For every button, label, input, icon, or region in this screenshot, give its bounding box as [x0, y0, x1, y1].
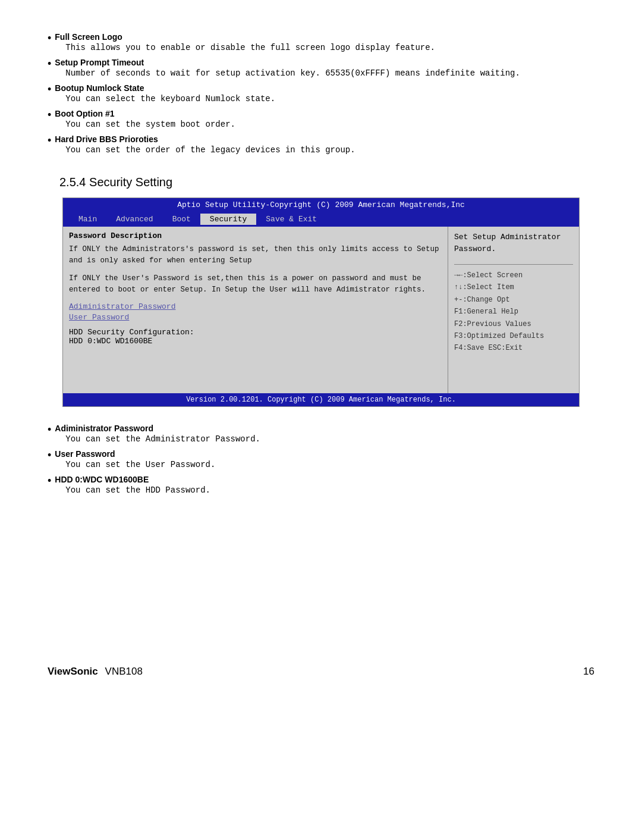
bullet-title: Bootup Numlock State	[55, 83, 144, 93]
bios-nav-save-exit: F4:Save ESC:Exit	[454, 342, 573, 354]
bios-menu-security[interactable]: Security	[200, 214, 256, 225]
footer-brand-model: ViewSonic VNB108	[48, 666, 143, 678]
list-item: • Hard Drive BBS Prioroties You can set …	[48, 134, 594, 159]
bullet-desc: You can set the Administrator Password.	[65, 433, 260, 446]
bios-nav-select-item: ↑↓:Select Item	[454, 281, 573, 293]
bullet-title: Adiministrator Password	[55, 424, 153, 433]
bullet-desc: You can set the order of the legacy devi…	[65, 144, 355, 156]
top-bullet-list: • Full Screen Logo This allows you to en…	[48, 32, 594, 159]
bios-body: Password Description If ONLY the Adminis…	[63, 227, 579, 393]
footer-brand: ViewSonic	[48, 666, 98, 677]
bullet-title: Hard Drive BBS Prioroties	[55, 134, 158, 144]
bios-desc2: If ONLY the User's Password is set,then …	[69, 273, 442, 296]
bullet-dot: •	[48, 475, 51, 488]
bios-nav-select-screen: →←:Select Screen	[454, 269, 573, 281]
bios-hdd-config: HDD Security Configuration: HDD 0:WDC WD…	[69, 328, 442, 346]
bios-hdd-config-label: HDD Security Configuration:	[69, 328, 442, 337]
bios-right-nav: →←:Select Screen ↑↓:Select Item +-:Chang…	[454, 264, 573, 355]
bios-right-help: Set Setup Administrator Password.	[454, 231, 573, 255]
bullet-dot: •	[48, 58, 51, 71]
bios-footer: Version 2.00.1201. Copyright (C) 2009 Am…	[63, 393, 579, 406]
list-item: • Full Screen Logo This allows you to en…	[48, 32, 594, 57]
bios-nav-optimized-defaults: F3:Optimized Defaults	[454, 330, 573, 342]
list-item: • Bootup Numlock State You can select th…	[48, 83, 594, 108]
bios-menu-bar: Main Advanced Boot Security Save & Exit	[63, 212, 579, 227]
bios-nav-general-help: F1:General Help	[454, 306, 573, 318]
bullet-dot: •	[48, 424, 51, 437]
bios-menu-advanced[interactable]: Advanced	[106, 214, 162, 225]
list-item: • Adiministrator Password You can set th…	[48, 424, 594, 448]
bios-menu-main[interactable]: Main	[69, 214, 106, 225]
bios-ui-box: Aptio Setup Utility-Copyright (C) 2009 A…	[62, 198, 580, 407]
bullet-dot: •	[48, 83, 51, 96]
bullet-title: Full Screen Logo	[55, 32, 122, 42]
bullet-desc: This allows you to enable or disable the…	[65, 42, 435, 54]
bios-left-panel: Password Description If ONLY the Adminis…	[63, 227, 448, 393]
bios-section-title: Password Description	[69, 231, 442, 240]
bios-user-password-link[interactable]: User Password	[69, 313, 442, 322]
bullet-dot: •	[48, 449, 51, 462]
bios-menu-save-exit[interactable]: Save & Exit	[256, 214, 326, 225]
bottom-bullet-list: • Adiministrator Password You can set th…	[48, 424, 594, 499]
bullet-desc: You can set the system boot order.	[65, 118, 235, 131]
footer-page-number: 16	[583, 666, 594, 678]
bios-nav-change-opt: +-:Change Opt	[454, 294, 573, 306]
section-heading: 2.5.4 Security Setting	[59, 175, 594, 189]
bullet-title: Boot Option #1	[55, 109, 114, 118]
bullet-dot: •	[48, 109, 51, 122]
bios-title-bar: Aptio Setup Utility-Copyright (C) 2009 A…	[63, 198, 579, 212]
bullet-desc: You can set the HDD Password.	[65, 484, 210, 497]
bullet-desc: Number of seconds to wait for setup acti…	[65, 67, 520, 80]
list-item: • Setup Prompt Timeout Number of seconds…	[48, 58, 594, 82]
bullet-dot: •	[48, 134, 51, 148]
bios-desc1: If ONLY the Administrators's password is…	[69, 244, 442, 267]
bullet-title: User Password	[55, 449, 115, 459]
bullet-dot: •	[48, 32, 51, 45]
bios-hdd-config-value: HDD 0:WDC WD1600BE	[69, 337, 442, 346]
footer-model: VNB108	[105, 666, 143, 677]
list-item: • Boot Option #1 You can set the system …	[48, 109, 594, 133]
bullet-title: HDD 0:WDC WD1600BE	[55, 475, 149, 484]
bullet-desc: You can set the User Password.	[65, 459, 215, 471]
bios-nav-previous-values: F2:Previous Values	[454, 318, 573, 330]
bios-menu-boot[interactable]: Boot	[163, 214, 200, 225]
page-footer: ViewSonic VNB108 16	[48, 666, 594, 678]
list-item: • User Password You can set the User Pas…	[48, 449, 594, 474]
bullet-desc: You can select the keyboard Numlock stat…	[65, 93, 275, 105]
list-item: • HDD 0:WDC WD1600BE You can set the HDD…	[48, 475, 594, 499]
bios-right-panel: Set Setup Administrator Password. →←:Sel…	[448, 227, 579, 393]
bios-admin-password-link[interactable]: Adiministrator Password	[69, 302, 442, 311]
bullet-title: Setup Prompt Timeout	[55, 58, 144, 67]
